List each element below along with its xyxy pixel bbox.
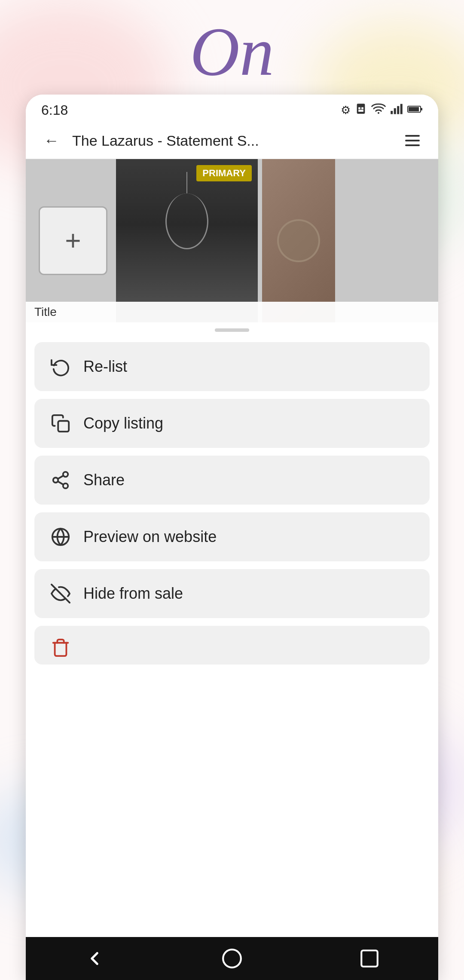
back-button[interactable]: ← xyxy=(38,127,65,154)
preview-website-label: Preview on website xyxy=(83,528,217,546)
battery-icon xyxy=(407,104,423,117)
menu-line-2 xyxy=(405,140,420,141)
image-gallery: + PRIMARY Title xyxy=(26,159,438,322)
nav-home-button[interactable] xyxy=(215,941,249,976)
hide-from-sale-label: Hide from sale xyxy=(83,585,183,603)
hide-icon xyxy=(50,583,71,604)
phone-frame: 6:18 ⚙ xyxy=(26,95,438,980)
relist-label: Re-list xyxy=(83,358,127,376)
primary-image[interactable]: PRIMARY xyxy=(116,159,258,322)
svg-rect-10 xyxy=(409,107,419,111)
add-photo-button[interactable]: + xyxy=(39,206,107,275)
svg-rect-12 xyxy=(58,421,69,432)
svg-line-17 xyxy=(58,475,63,479)
title-peek: Title xyxy=(26,302,438,322)
primary-badge: PRIMARY xyxy=(196,165,252,181)
svg-rect-20 xyxy=(361,950,378,967)
pendant-circle xyxy=(277,219,320,262)
globe-icon xyxy=(50,526,71,548)
menu-button[interactable] xyxy=(399,127,426,154)
svg-rect-6 xyxy=(394,108,396,114)
wifi-icon xyxy=(371,103,386,118)
menu-line-3 xyxy=(405,144,420,146)
bottom-sheet: Re-list Copy listing xyxy=(26,338,438,937)
status-time: 6:18 xyxy=(41,102,68,118)
menu-line-1 xyxy=(405,135,420,137)
status-bar: 6:18 ⚙ xyxy=(26,95,438,122)
logo-area: On xyxy=(0,17,464,86)
svg-point-19 xyxy=(223,949,241,968)
svg-rect-11 xyxy=(421,108,422,110)
app-bar: ← The Lazarus - Statement S... xyxy=(26,122,438,159)
relist-menu-item[interactable]: Re-list xyxy=(34,342,430,391)
share-menu-item[interactable]: Share xyxy=(34,456,430,505)
nav-back-button[interactable] xyxy=(77,941,112,976)
app-logo: On xyxy=(190,17,274,86)
title-peek-text: Title xyxy=(34,305,57,318)
drag-handle xyxy=(215,328,249,332)
svg-rect-3 xyxy=(358,110,363,112)
secondary-image[interactable] xyxy=(262,159,335,322)
copy-listing-menu-item[interactable]: Copy listing xyxy=(34,399,430,448)
hide-from-sale-menu-item[interactable]: Hide from sale xyxy=(34,569,430,618)
copy-icon xyxy=(50,413,71,434)
copy-listing-label: Copy listing xyxy=(83,414,163,432)
back-arrow-icon: ← xyxy=(44,132,59,150)
sim-icon xyxy=(355,103,367,118)
signal-icon xyxy=(390,103,403,118)
nav-recents-button[interactable] xyxy=(352,941,387,976)
status-icons-group: ⚙ xyxy=(341,103,423,118)
page-title: The Lazarus - Statement S... xyxy=(72,132,392,149)
partial-menu-item[interactable] xyxy=(34,626,430,665)
svg-rect-2 xyxy=(361,107,363,110)
svg-rect-7 xyxy=(397,106,399,114)
svg-rect-8 xyxy=(400,104,403,114)
primary-img-content xyxy=(116,159,258,322)
secondary-img-content xyxy=(262,159,335,322)
svg-rect-0 xyxy=(357,104,365,113)
svg-line-16 xyxy=(58,481,63,485)
preview-website-menu-item[interactable]: Preview on website xyxy=(34,512,430,561)
add-photo-plus-icon: + xyxy=(65,227,81,254)
svg-rect-5 xyxy=(391,111,393,114)
relist-icon xyxy=(50,356,71,377)
necklace-chain xyxy=(186,172,187,193)
share-label: Share xyxy=(83,471,125,489)
svg-rect-1 xyxy=(358,107,360,110)
necklace-circle xyxy=(165,193,208,249)
partial-item-icon xyxy=(50,637,71,658)
nav-bar xyxy=(26,937,438,980)
drag-handle-area[interactable] xyxy=(26,322,438,338)
svg-point-4 xyxy=(378,112,379,114)
share-icon xyxy=(50,469,71,491)
settings-status-icon: ⚙ xyxy=(341,104,351,117)
